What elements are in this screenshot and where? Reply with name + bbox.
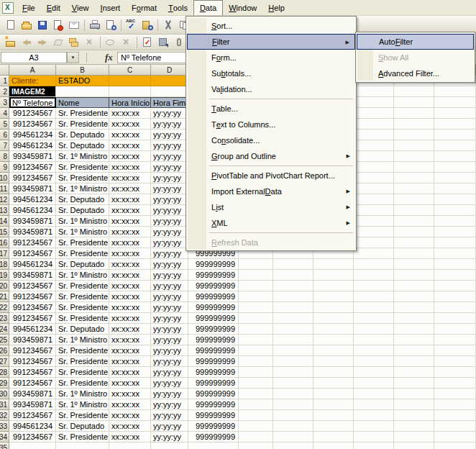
cell-I26[interactable] <box>354 345 394 356</box>
menubar-item-window[interactable]: Window <box>223 0 262 15</box>
cell-I18[interactable] <box>354 259 394 270</box>
cell-H24[interactable] <box>313 324 354 335</box>
row-header-4[interactable]: 4 <box>0 108 9 119</box>
row-header-14[interactable]: 14 <box>0 216 9 227</box>
cell-D31[interactable]: yy:yy:yy <box>151 399 188 410</box>
cell-E25[interactable]: 999999999 <box>188 335 239 345</box>
cell-J13[interactable] <box>394 205 434 216</box>
cell-A34[interactable]: 991234567 <box>9 432 56 443</box>
menubar-item-edit[interactable]: Edit <box>41 0 66 15</box>
cell-H21[interactable] <box>313 291 354 302</box>
row-header-15[interactable]: 15 <box>0 227 9 237</box>
cell-D10[interactable]: yy:yy:yy <box>151 173 188 183</box>
cell-I2[interactable] <box>354 86 394 97</box>
cell-A8[interactable]: 993459871 <box>9 151 56 162</box>
cell-C33[interactable]: xx:xx:xx <box>109 421 151 432</box>
cell-D12[interactable]: yy:yy:yy <box>151 194 188 205</box>
cell-A1[interactable]: Cliente: <box>9 76 56 86</box>
cell-A35[interactable] <box>9 443 56 449</box>
row-header-20[interactable]: 20 <box>0 281 9 291</box>
cell-J25[interactable] <box>394 335 434 345</box>
cell-K20[interactable] <box>434 281 476 291</box>
cell-K14[interactable] <box>434 216 476 227</box>
cell-K15[interactable] <box>434 227 476 237</box>
cell-J4[interactable] <box>394 108 434 119</box>
cell-A31[interactable]: 993459871 <box>9 399 56 410</box>
cell-C22[interactable]: xx:xx:xx <box>109 302 151 313</box>
cell-J35[interactable] <box>394 443 434 449</box>
cell-I11[interactable] <box>354 183 394 194</box>
cell-C9[interactable]: xx:xx:xx <box>109 162 151 173</box>
cell-J18[interactable] <box>394 259 434 270</box>
row-header-22[interactable]: 22 <box>0 302 9 313</box>
cell-I21[interactable] <box>354 291 394 302</box>
cell-C31[interactable]: xx:xx:xx <box>109 399 151 410</box>
cell-G32[interactable] <box>273 410 313 421</box>
menu-item-filter[interactable]: Filter <box>187 34 355 50</box>
cell-I33[interactable] <box>354 421 394 432</box>
cell-F25[interactable] <box>239 335 273 345</box>
cell-A11[interactable]: 993459871 <box>9 183 56 194</box>
cell-D21[interactable]: yy:yy:yy <box>151 291 188 302</box>
spelling-button[interactable] <box>124 18 139 32</box>
cell-I29[interactable] <box>354 378 394 389</box>
cell-I9[interactable] <box>354 162 394 173</box>
row-header-25[interactable]: 25 <box>0 335 9 345</box>
email-button[interactable] <box>66 18 82 32</box>
cell-D29[interactable]: yy:yy:yy <box>151 378 188 389</box>
cell-A2[interactable]: IMAGEM2 <box>9 86 56 97</box>
paperclip-button[interactable] <box>171 35 187 50</box>
cell-I4[interactable] <box>354 108 394 119</box>
menu-item-autofilter[interactable]: AutoFilter <box>357 34 474 50</box>
cell-E20[interactable]: 999999999 <box>188 281 239 291</box>
delete-x-button[interactable] <box>119 35 134 50</box>
cell-H18[interactable] <box>313 259 354 270</box>
cell-I28[interactable] <box>354 367 394 378</box>
cell-J30[interactable] <box>394 389 434 399</box>
research-button[interactable] <box>139 18 155 32</box>
cell-C11[interactable]: xx:xx:xx <box>109 183 151 194</box>
cell-E22[interactable]: 999999999 <box>188 302 239 313</box>
cell-C4[interactable]: xx:xx:xx <box>109 108 151 119</box>
row-header-26[interactable]: 26 <box>0 345 9 356</box>
cell-B25[interactable]: Sr. 1º Ministro <box>56 335 109 345</box>
new-document-button[interactable] <box>3 18 19 32</box>
cell-A9[interactable]: 991234567 <box>9 162 56 173</box>
cell-C21[interactable]: xx:xx:xx <box>109 291 151 302</box>
cell-A22[interactable]: 991234567 <box>9 302 56 313</box>
menubar-item-data[interactable]: Data <box>193 0 223 15</box>
menu-item-sort[interactable]: Sort... <box>187 18 355 34</box>
cell-G19[interactable] <box>273 270 313 281</box>
cell-J28[interactable] <box>394 367 434 378</box>
cell-C18[interactable]: xx:xx:xx <box>109 259 151 270</box>
cell-A21[interactable]: 991234567 <box>9 291 56 302</box>
cell-G28[interactable] <box>273 367 313 378</box>
row-header-23[interactable]: 23 <box>0 313 9 324</box>
row-header-8[interactable]: 8 <box>0 151 9 162</box>
cell-I32[interactable] <box>354 410 394 421</box>
cell-J24[interactable] <box>394 324 434 335</box>
cell-J3[interactable] <box>394 97 434 108</box>
menu-item-import-external-data[interactable]: Import External Data <box>187 183 355 199</box>
row-header-9[interactable]: 9 <box>0 162 9 173</box>
cell-B31[interactable]: Sr. 1º Ministro <box>56 399 109 410</box>
row-header-2[interactable]: 2 <box>0 86 9 97</box>
cell-F19[interactable] <box>239 270 273 281</box>
row-header-33[interactable]: 33 <box>0 421 9 432</box>
cell-J22[interactable] <box>394 302 434 313</box>
cell-H25[interactable] <box>313 335 354 345</box>
save-button[interactable] <box>35 18 50 32</box>
row-header-21[interactable]: 21 <box>0 291 9 302</box>
cell-B35[interactable] <box>56 443 109 449</box>
cell-K9[interactable] <box>434 162 476 173</box>
cell-A10[interactable]: 991234567 <box>9 173 56 183</box>
name-box[interactable]: A3 <box>1 52 67 63</box>
cell-D4[interactable]: yy:yy:yy <box>151 108 188 119</box>
delete-x-button[interactable] <box>82 35 98 50</box>
cell-C19[interactable]: xx:xx:xx <box>109 270 151 281</box>
cell-J2[interactable] <box>394 86 434 97</box>
cell-D35[interactable] <box>151 443 188 449</box>
cell-F21[interactable] <box>239 291 273 302</box>
cell-A14[interactable]: 993459871 <box>9 216 56 227</box>
cell-E34[interactable]: 999999999 <box>188 432 239 443</box>
